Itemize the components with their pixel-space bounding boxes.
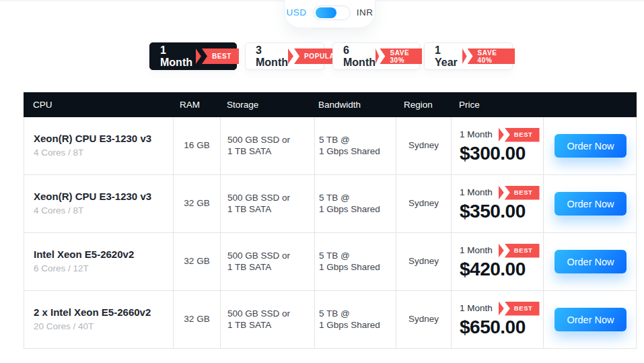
badge-label: SAVE 30% xyxy=(380,48,422,64)
currency-toggle-card: USD INR xyxy=(284,0,375,28)
cpu-cores: 4 Cores / 8T xyxy=(34,205,173,217)
tab-label: 1 Month xyxy=(160,44,196,69)
ribbon-arrow-icon xyxy=(499,186,504,200)
currency-inr-label[interactable]: INR xyxy=(357,5,373,20)
toggle-knob xyxy=(316,7,336,18)
region-cell: Sydney xyxy=(396,175,452,232)
ribbon-arrow-icon xyxy=(499,302,504,316)
cpu-cores: 6 Cores / 12T xyxy=(34,263,173,275)
order-now-button[interactable]: Order Now xyxy=(554,308,627,331)
region-cell: Sydney xyxy=(396,233,452,290)
ribbon-arrow-icon xyxy=(499,244,504,258)
tab-1-month[interactable]: 1 Month BEST xyxy=(149,42,237,70)
ram-cell: 32 GB xyxy=(174,175,221,232)
cpu-cell: Intel Xeon E5-2620v2 6 Cores / 12T xyxy=(24,233,174,290)
bandwidth-cell: 5 TB @1 Gbps Shared xyxy=(315,291,396,348)
tab-label: 1 Year xyxy=(435,44,462,69)
bandwidth-cell: 5 TB @1 Gbps Shared xyxy=(315,175,396,232)
column-header-cpu: CPU xyxy=(24,100,173,110)
storage-cell: 500 GB SSD or1 TB SATA xyxy=(221,291,315,348)
ribbon-arrow-icon xyxy=(462,48,467,64)
pricing-table: CPU RAM Storage Bandwidth Region Price X… xyxy=(24,92,637,349)
badge-label: BEST xyxy=(505,244,540,258)
column-header-price: Price xyxy=(451,100,543,110)
column-header-bandwidth: Bandwidth xyxy=(314,100,396,110)
column-header-storage: Storage xyxy=(220,100,314,110)
price-cell: 1 Month BEST $650.00 xyxy=(452,291,544,348)
cpu-cores: 4 Cores / 8T xyxy=(34,147,173,159)
table-row: Xeon(R) CPU E3-1230 v3 4 Cores / 8T 16 G… xyxy=(24,117,637,175)
table-row: Xeon(R) CPU E3-1230 v3 4 Cores / 8T 32 G… xyxy=(24,175,637,233)
best-badge: BEST xyxy=(499,244,540,258)
ram-cell: 16 GB xyxy=(174,117,221,174)
storage-cell: 500 GB SSD or1 TB SATA xyxy=(221,117,315,174)
cpu-cell: Xeon(R) CPU E3-1230 v3 4 Cores / 8T xyxy=(24,175,174,232)
region-cell: Sydney xyxy=(396,117,452,174)
price-term: 1 Month xyxy=(460,245,493,257)
ribbon-arrow-icon xyxy=(375,48,379,64)
order-now-button[interactable]: Order Now xyxy=(554,192,627,216)
region-cell: Sydney xyxy=(396,291,452,348)
save-40-badge: SAVE 40% xyxy=(462,48,515,64)
ribbon-arrow-icon xyxy=(196,48,201,64)
ram-cell: 32 GB xyxy=(174,291,221,348)
price-amount: $650.00 xyxy=(460,317,543,338)
price-term: 1 Month xyxy=(460,303,493,315)
order-cell: Order Now xyxy=(544,291,637,348)
order-now-button[interactable]: Order Now xyxy=(554,250,627,273)
ribbon-arrow-icon xyxy=(288,48,293,64)
price-cell: 1 Month BEST $300.00 xyxy=(452,117,544,174)
badge-label: BEST xyxy=(505,128,540,142)
badge-label: BEST xyxy=(505,302,540,316)
cpu-cores: 20 Cores / 40T xyxy=(34,321,173,333)
bandwidth-cell: 5 TB @1 Gbps Shared xyxy=(315,233,396,290)
order-cell: Order Now xyxy=(544,175,637,232)
bandwidth-cell: 5 TB @1 Gbps Shared xyxy=(315,117,396,174)
tab-6-month[interactable]: 6 Month SAVE 30% xyxy=(332,42,420,70)
badge-label: BEST xyxy=(505,186,540,200)
badge-label: BEST xyxy=(202,48,239,64)
ribbon-arrow-icon xyxy=(499,128,504,142)
column-header-ram: RAM xyxy=(173,100,220,110)
best-badge: BEST xyxy=(499,302,540,316)
save-30-badge: SAVE 30% xyxy=(375,48,422,64)
price-term: 1 Month xyxy=(460,129,493,141)
cpu-name: Intel Xeon E5-2620v2 xyxy=(34,249,173,261)
currency-toggle-switch[interactable] xyxy=(313,5,351,20)
price-amount: $300.00 xyxy=(460,143,543,164)
currency-usd-label[interactable]: USD xyxy=(287,5,307,20)
price-amount: $420.00 xyxy=(460,259,543,280)
tab-label: 6 Month xyxy=(343,44,375,69)
tab-1-year[interactable]: 1 Year SAVE 40% xyxy=(424,42,513,70)
cpu-cell: 2 x Intel Xeon E5-2660v2 20 Cores / 40T xyxy=(24,291,174,348)
price-term: 1 Month xyxy=(460,187,493,199)
best-badge: BEST xyxy=(499,128,540,142)
storage-cell: 500 GB SSD or1 TB SATA xyxy=(221,233,315,290)
ram-cell: 32 GB xyxy=(174,233,221,290)
order-cell: Order Now xyxy=(544,117,637,174)
storage-cell: 500 GB SSD or1 TB SATA xyxy=(221,175,315,232)
order-cell: Order Now xyxy=(544,233,637,290)
price-amount: $350.00 xyxy=(460,201,543,222)
best-badge: BEST xyxy=(196,48,239,64)
tab-3-month[interactable]: 3 Month POPULAR xyxy=(245,42,324,70)
cpu-cell: Xeon(R) CPU E3-1230 v3 4 Cores / 8T xyxy=(24,117,174,174)
price-cell: 1 Month BEST $420.00 xyxy=(452,233,544,290)
badge-label: SAVE 40% xyxy=(468,48,515,64)
tab-label: 3 Month xyxy=(256,44,288,69)
price-cell: 1 Month BEST $350.00 xyxy=(452,175,544,232)
table-row: 2 x Intel Xeon E5-2660v2 20 Cores / 40T … xyxy=(24,291,637,349)
cpu-name: Xeon(R) CPU E3-1230 v3 xyxy=(34,133,173,145)
table-header-row: CPU RAM Storage Bandwidth Region Price xyxy=(24,92,637,117)
best-badge: BEST xyxy=(499,186,540,200)
order-now-button[interactable]: Order Now xyxy=(554,134,627,158)
cpu-name: 2 x Intel Xeon E5-2660v2 xyxy=(34,306,173,319)
column-header-region: Region xyxy=(396,100,451,110)
cpu-name: Xeon(R) CPU E3-1230 v3 xyxy=(34,191,173,203)
table-row: Intel Xeon E5-2620v2 6 Cores / 12T 32 GB… xyxy=(24,233,637,291)
